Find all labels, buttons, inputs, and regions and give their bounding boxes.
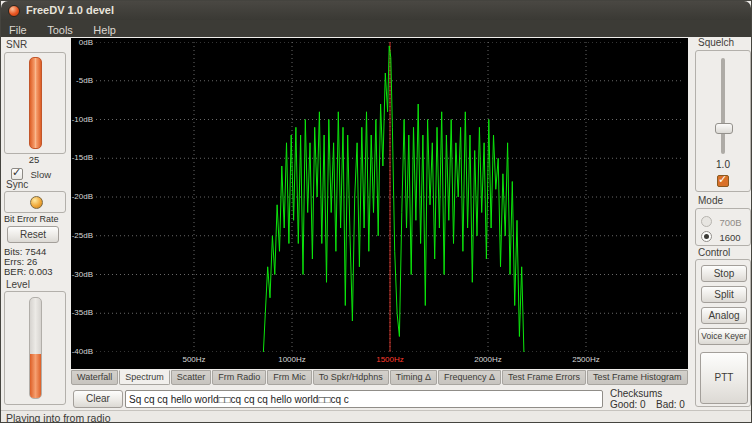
menu-file[interactable]: File xyxy=(1,21,35,38)
freedv-window: { "window": { "title": "FreeDV 1.0 devel… xyxy=(0,0,752,423)
y-axis-tick: -15dB xyxy=(71,153,93,162)
split-button[interactable]: Split xyxy=(701,286,747,303)
level-label: Level xyxy=(6,279,30,290)
ptt-button[interactable]: PTT xyxy=(700,352,748,404)
squelch-enable-checkbox[interactable] xyxy=(717,175,729,187)
mode-1600-label: 1600 xyxy=(719,232,740,243)
mode-radio-700b[interactable] xyxy=(701,216,712,227)
control-groupbox: Stop Split Analog Voice Keyer PTT xyxy=(695,259,751,407)
x-axis-tick: 500Hz xyxy=(172,355,216,364)
mode-label: Mode xyxy=(698,195,723,206)
title-bar[interactable]: FreeDV 1.0 devel xyxy=(1,1,751,21)
y-axis-tick: -5dB xyxy=(71,76,93,85)
sync-label: Sync xyxy=(6,179,28,190)
tx-text-input[interactable] xyxy=(125,390,603,408)
window-title: FreeDV 1.0 devel xyxy=(26,4,114,16)
status-bar: Playing into from radio xyxy=(1,410,751,423)
tab-frm-radio[interactable]: Frm Radio xyxy=(212,370,266,385)
squelch-value: 1.0 xyxy=(696,159,750,170)
x-axis-tick: 1500Hz xyxy=(368,355,412,364)
level-meter xyxy=(29,297,42,399)
mode-radio-1600[interactable] xyxy=(701,231,712,242)
y-axis-tick: -25dB xyxy=(71,231,93,240)
ber-label: Bit Error Rate xyxy=(4,214,59,224)
analog-button[interactable]: Analog xyxy=(701,307,747,324)
tab-frm-mic[interactable]: Frm Mic xyxy=(267,370,312,385)
y-axis-tick: 0dB xyxy=(71,38,93,47)
tab-waterfall[interactable]: Waterfall xyxy=(71,370,118,385)
menu-help[interactable]: Help xyxy=(85,21,124,38)
tab-to-spkr-hdphns[interactable]: To Spkr/Hdphns xyxy=(313,370,389,385)
spectrum-plot-svg[interactable] xyxy=(96,42,684,352)
tab-timing-delta[interactable]: Timing Δ xyxy=(390,370,437,385)
close-button[interactable] xyxy=(8,5,20,17)
spectrum-trace xyxy=(263,46,524,352)
sync-led-icon xyxy=(30,196,43,209)
snr-groupbox xyxy=(4,52,66,154)
checksums-label: Checksums xyxy=(610,388,662,399)
menu-bar: File Tools Help xyxy=(1,20,751,37)
tab-scatter[interactable]: Scatter xyxy=(171,370,212,385)
tab-test-frame-histogram[interactable]: Test Frame Histogram xyxy=(587,370,688,385)
checksums-bad: Bad: 0 xyxy=(656,399,685,410)
mode-radio-1600-row[interactable]: 1600 xyxy=(701,227,741,245)
x-axis-tick: 2500Hz xyxy=(564,355,608,364)
clear-button[interactable]: Clear xyxy=(73,390,123,408)
y-axis-tick: -20dB xyxy=(71,192,93,201)
slow-checkbox[interactable] xyxy=(11,168,23,180)
menu-tools[interactable]: Tools xyxy=(39,21,81,38)
snr-label: SNR xyxy=(6,39,27,50)
ber-value: BER: 0.003 xyxy=(4,266,53,277)
squelch-slider-handle[interactable] xyxy=(715,123,733,134)
mode-groupbox: 700B 1600 xyxy=(695,208,751,246)
level-meter-fill xyxy=(30,354,41,398)
squelch-slider-track[interactable] xyxy=(721,58,725,154)
y-axis-tick: -30dB xyxy=(71,270,93,279)
snr-gauge xyxy=(29,57,42,149)
plot-tab-bar: Waterfall Spectrum Scatter Frm Radio Frm… xyxy=(71,370,691,385)
voice-keyer-button[interactable]: Voice Keyer xyxy=(698,328,750,345)
spectrum-plot[interactable]: 0dB -5dB -10dB -15dB -20dB -25dB -30dB -… xyxy=(71,38,688,369)
stop-button[interactable]: Stop xyxy=(701,265,747,282)
squelch-groupbox: 1.0 xyxy=(695,50,751,192)
squelch-label: Squelch xyxy=(698,37,734,48)
y-axis-tick: -40dB xyxy=(71,347,93,356)
x-axis-tick: 1000Hz xyxy=(270,355,314,364)
tab-frequency-delta[interactable]: Frequency Δ xyxy=(438,370,501,385)
tab-spectrum[interactable]: Spectrum xyxy=(119,370,170,385)
control-label: Control xyxy=(698,247,730,258)
y-axis-tick: -35dB xyxy=(71,308,93,317)
sync-groupbox xyxy=(4,191,66,213)
slow-checkbox-label: Slow xyxy=(30,169,51,180)
tab-test-frame-errors[interactable]: Test Frame Errors xyxy=(502,370,586,385)
x-axis-tick: 2000Hz xyxy=(466,355,510,364)
y-axis-tick: -10dB xyxy=(71,115,93,124)
checksums-good: Good: 0 xyxy=(610,399,646,410)
reset-button[interactable]: Reset xyxy=(7,226,59,243)
level-groupbox xyxy=(4,291,66,405)
